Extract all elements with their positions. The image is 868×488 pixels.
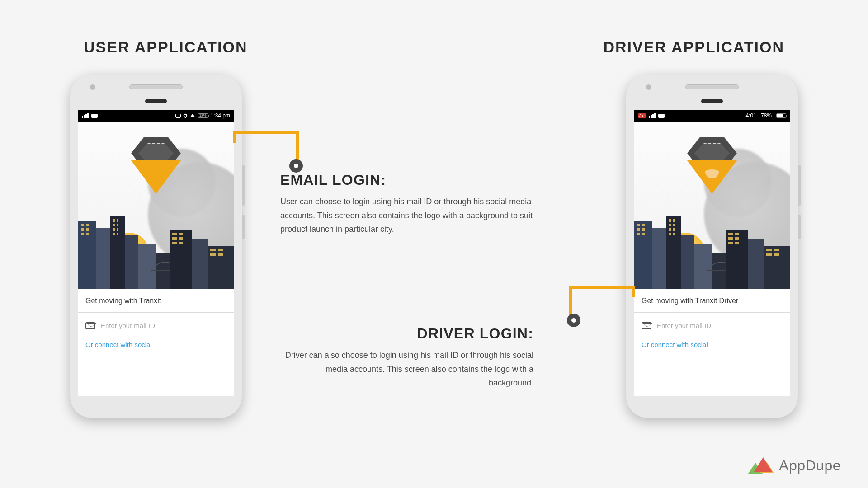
signal-icon [649, 113, 656, 118]
carrier-label: Jio [638, 113, 646, 118]
driver-tagline: Get moving with Tranxit Driver [642, 297, 783, 305]
status-time: 1:34 pm [211, 113, 230, 119]
phone-sensor-icon [701, 99, 723, 103]
video-icon [658, 114, 665, 118]
callout-dot-icon [567, 314, 580, 327]
callout-connector-right [569, 286, 632, 318]
location-icon [183, 113, 188, 118]
user-hero-illustration [78, 122, 234, 289]
phone-speaker-icon [129, 84, 183, 89]
divider [78, 312, 234, 313]
signal-icon [82, 113, 89, 118]
email-login-callout: EMAIL LOGIN: User can choose to login us… [280, 172, 533, 236]
driver-phone-screen: Jio 4:01 78% [634, 110, 790, 396]
battery-percent: 78% [761, 113, 772, 119]
user-social-login-link[interactable]: Or connect with social [85, 334, 152, 355]
divider [634, 312, 790, 313]
driver-hero-illustration [634, 122, 790, 289]
appdupe-brand: AppDupe [748, 456, 841, 474]
driver-status-bar: Jio 4:01 78% [634, 110, 790, 122]
wifi-icon [190, 114, 195, 117]
cast-icon [175, 114, 181, 118]
phone-sensor-icon [145, 99, 167, 103]
appdupe-logo-icon [748, 456, 774, 474]
driver-login-body: Driver can also choose to login using hi… [280, 348, 533, 390]
driver-login-callout: DRIVER LOGIN: Driver can also choose to … [280, 325, 533, 390]
email-login-body: User can choose to login using his mail … [280, 195, 533, 236]
user-phone-mockup: 18% 1:34 pm [70, 75, 242, 418]
driver-login-title: DRIVER LOGIN: [280, 325, 533, 342]
driver-phone-mockup: Jio 4:01 78% [626, 75, 798, 418]
driver-email-input[interactable] [657, 322, 783, 329]
user-status-bar: 18% 1:34 pm [78, 110, 234, 122]
callout-connector-left [236, 131, 299, 164]
user-app-heading: USER APPLICATION [84, 38, 248, 56]
driver-app-heading: DRIVER APPLICATION [603, 38, 784, 56]
user-phone-screen: 18% 1:34 pm [78, 110, 234, 396]
driver-social-login-link[interactable]: Or connect with social [642, 334, 708, 355]
mail-icon [85, 322, 95, 329]
phone-speaker-icon [685, 84, 739, 89]
status-time: 4:01 [746, 113, 756, 119]
driver-login-form: Get moving with Tranxit Driver Or connec… [634, 289, 790, 355]
appdupe-name: AppDupe [779, 457, 841, 474]
battery-icon [776, 113, 786, 118]
user-login-form: Get moving with Tranxit Or connect with … [78, 289, 234, 355]
email-login-title: EMAIL LOGIN: [280, 172, 533, 188]
phone-side-button [798, 215, 801, 239]
driver-avatar-icon [705, 165, 719, 178]
battery-percent: 18% [199, 113, 207, 117]
user-email-input[interactable] [101, 322, 226, 329]
user-email-row[interactable] [85, 317, 226, 334]
video-icon [91, 114, 98, 118]
phone-side-button [242, 215, 245, 239]
battery-icon: 18% [198, 113, 208, 118]
driver-email-row[interactable] [642, 317, 783, 334]
tranxit-driver-logo-icon [685, 137, 739, 200]
user-tagline: Get moving with Tranxit [85, 297, 226, 305]
tranxit-logo-icon [129, 137, 183, 200]
callout-dot-icon [289, 159, 303, 173]
mail-icon [642, 322, 651, 329]
